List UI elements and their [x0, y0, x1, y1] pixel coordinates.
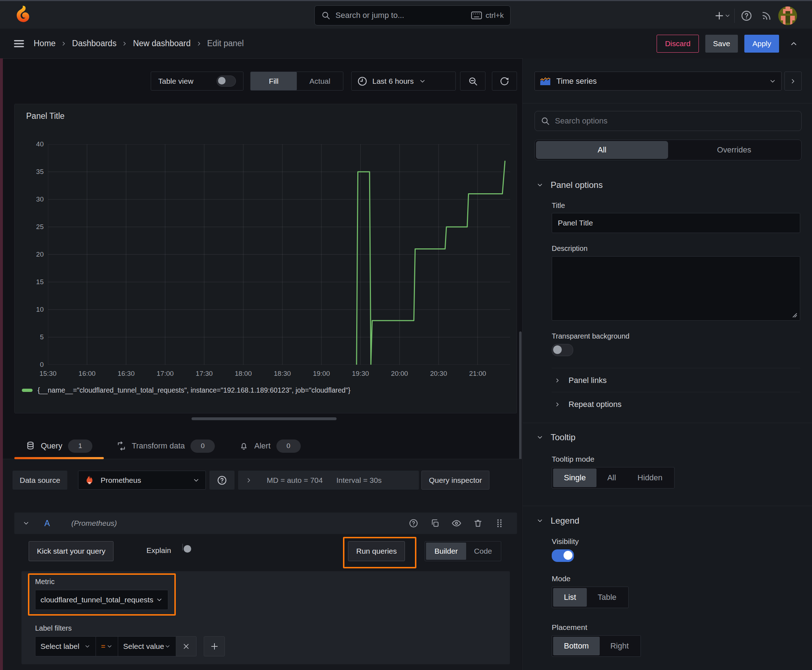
- apply-button[interactable]: Apply: [744, 35, 779, 52]
- label-filters-label: Label filters: [35, 624, 71, 633]
- builder-option[interactable]: Builder: [426, 543, 466, 560]
- menu-toggle-button[interactable]: [11, 36, 27, 52]
- fill-actual-segmented: Fill Actual: [250, 71, 343, 91]
- query-row-header[interactable]: A (Prometheus): [14, 513, 517, 534]
- legend-title: Legend: [551, 516, 579, 526]
- datasource-picker[interactable]: Prometheus: [78, 470, 206, 490]
- legend-header[interactable]: Legend: [536, 516, 579, 526]
- legend-right-option[interactable]: Right: [600, 637, 639, 655]
- title-input[interactable]: [552, 213, 800, 233]
- query-inspector-button[interactable]: Query inspector: [421, 470, 490, 490]
- chevron-down-icon: [536, 181, 544, 189]
- chevron-down-icon: [156, 596, 163, 604]
- search-icon: [541, 116, 550, 126]
- tab-alert-label: Alert: [254, 441, 270, 451]
- time-range-picker[interactable]: Last 6 hours: [351, 71, 456, 91]
- visualization-picker[interactable]: Time series: [534, 71, 781, 91]
- delete-query-button[interactable]: [470, 515, 486, 531]
- tab-all[interactable]: All: [536, 141, 668, 159]
- actual-option[interactable]: Actual: [297, 72, 343, 90]
- metric-value: cloudflared_tunnel_total_requests: [41, 596, 153, 604]
- query-options-summary[interactable]: MD = auto = 704 Interval = 30s: [238, 470, 419, 490]
- label-filter-operator-select[interactable]: =: [96, 636, 118, 656]
- tooltip-header[interactable]: Tooltip: [536, 432, 575, 442]
- add-new-button[interactable]: [714, 7, 731, 24]
- tab-transform-label: Transform data: [132, 441, 185, 451]
- refresh-button[interactable]: [492, 71, 517, 91]
- collapse-options-button[interactable]: [785, 36, 802, 52]
- timeseries-icon: [540, 76, 551, 86]
- save-button[interactable]: Save: [705, 35, 738, 52]
- table-view-toggle[interactable]: [217, 76, 236, 86]
- x-tick-label: 16:30: [110, 370, 142, 377]
- code-option[interactable]: Code: [466, 543, 500, 560]
- chevron-down-icon: [84, 643, 91, 650]
- datasource-name: Prometheus: [101, 476, 193, 485]
- description-label: Description: [552, 244, 588, 253]
- panel-links-section[interactable]: Panel links: [554, 372, 607, 389]
- tooltip-all-option[interactable]: All: [597, 469, 627, 487]
- help-circle-icon: [409, 519, 418, 528]
- discard-button[interactable]: Discard: [657, 35, 698, 52]
- datasource-help-button[interactable]: [209, 470, 234, 490]
- breadcrumb-home[interactable]: Home: [34, 39, 56, 48]
- zoom-out-icon: [468, 76, 478, 86]
- zoom-out-button[interactable]: [460, 71, 485, 91]
- query-ref-id[interactable]: A: [44, 519, 50, 528]
- select-value-placeholder: Select value: [123, 642, 164, 651]
- fill-option[interactable]: Fill: [251, 72, 297, 90]
- global-search-input[interactable]: Search or jump to... ctrl+k: [314, 5, 510, 25]
- grafana-logo[interactable]: [13, 5, 32, 26]
- collapse-query-button[interactable]: [18, 515, 34, 531]
- add-filter-button[interactable]: [204, 636, 225, 656]
- explain-toggle[interactable]: [182, 544, 183, 550]
- tooltip-mode-segmented: Single All Hidden: [552, 467, 675, 489]
- legend-placement-segmented: Bottom Right: [552, 635, 641, 657]
- breadcrumb-dashboards[interactable]: Dashboards: [72, 39, 116, 48]
- legend-visibility-toggle[interactable]: [552, 549, 574, 562]
- resize-handle-icon[interactable]: [792, 313, 798, 318]
- metric-select[interactable]: cloudflared_tunnel_total_requests: [35, 590, 168, 610]
- series-label[interactable]: {__name__="cloudflared_tunnel_total_requ…: [37, 386, 351, 394]
- horizontal-scrollbar[interactable]: [192, 417, 337, 420]
- collapse-pane-button[interactable]: [785, 71, 802, 91]
- legend-bottom-option[interactable]: Bottom: [553, 637, 600, 655]
- help-button[interactable]: [738, 7, 755, 24]
- tab-query[interactable]: Query 1: [26, 440, 92, 453]
- tab-transform-data[interactable]: Transform data 0: [117, 440, 215, 453]
- tooltip-single-option[interactable]: Single: [553, 469, 597, 487]
- tooltip-title: Tooltip: [551, 432, 575, 442]
- series-color-swatch[interactable]: [22, 389, 32, 392]
- options-search-placeholder: Search options: [555, 116, 608, 126]
- chevron-down-icon: [106, 643, 113, 650]
- close-icon: [183, 643, 190, 650]
- explain-label: Explain: [146, 546, 171, 555]
- drag-query-handle[interactable]: [491, 515, 508, 531]
- repeat-options-section[interactable]: Repeat options: [554, 396, 622, 413]
- breadcrumb-new-dashboard[interactable]: New dashboard: [133, 39, 190, 48]
- legend-list-option[interactable]: List: [553, 588, 587, 607]
- toggle-query-visibility-button[interactable]: [448, 515, 465, 531]
- legend-table-option[interactable]: Table: [587, 588, 627, 607]
- chart-svg: [48, 144, 510, 365]
- run-queries-button[interactable]: Run queries: [348, 541, 405, 561]
- panel-options-header[interactable]: Panel options: [536, 180, 603, 190]
- chart-plot[interactable]: 051015202530354015:3016:0016:3017:0017:3…: [48, 144, 510, 365]
- description-textarea[interactable]: [552, 256, 800, 321]
- options-search-input[interactable]: Search options: [534, 111, 802, 131]
- news-button[interactable]: [758, 7, 775, 24]
- tooltip-hidden-option[interactable]: Hidden: [627, 469, 673, 487]
- query-help-button[interactable]: [405, 515, 422, 531]
- tab-overrides[interactable]: Overrides: [668, 141, 800, 159]
- remove-filter-button[interactable]: [176, 636, 197, 656]
- transparent-background-toggle[interactable]: [552, 344, 573, 356]
- duplicate-query-button[interactable]: [427, 515, 443, 531]
- title-label: Title: [552, 201, 565, 210]
- legend-placement-label: Placement: [552, 623, 587, 632]
- label-filter-key-select[interactable]: Select label: [35, 636, 96, 656]
- user-avatar[interactable]: [778, 7, 797, 25]
- tab-alert[interactable]: Alert 0: [239, 440, 300, 453]
- x-tick-label: 17:30: [188, 370, 220, 377]
- kick-start-query-button[interactable]: Kick start your query: [29, 541, 114, 561]
- label-filter-value-select[interactable]: Select value: [118, 636, 176, 656]
